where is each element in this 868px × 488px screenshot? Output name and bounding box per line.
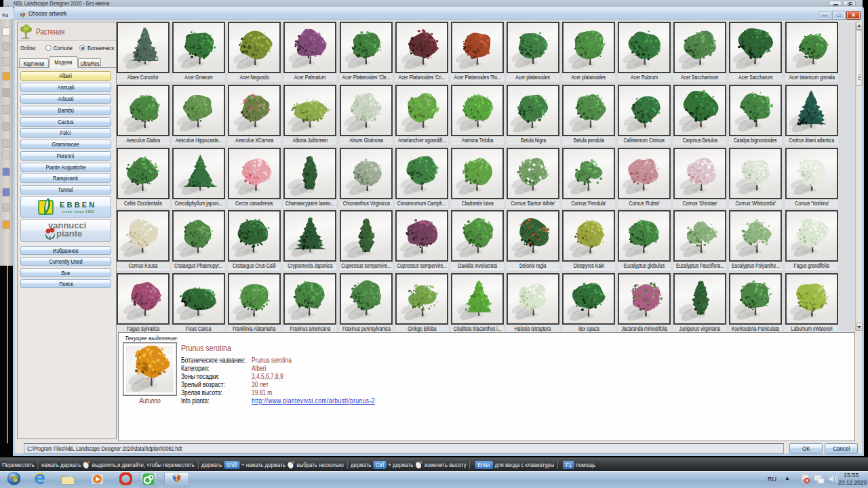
svg-text:piante: piante [56,228,82,239]
svg-text:trees since 1862: trees since 1862 [62,210,95,214]
svg-text:EBBEN: EBBEN [60,201,97,209]
